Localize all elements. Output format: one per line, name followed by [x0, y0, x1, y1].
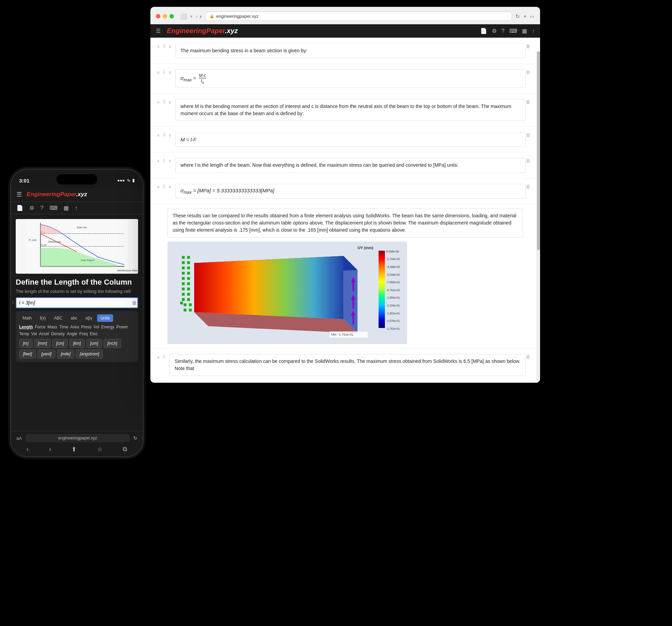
collapse-icon[interactable]: ∧ [156, 354, 161, 360]
bookmark-button[interactable]: ☆ [97, 446, 103, 453]
drag-icon[interactable]: ⠿ [162, 43, 167, 50]
cat-angle[interactable]: Angle [67, 331, 77, 336]
cat-force[interactable]: Force [35, 325, 45, 329]
hamburger-icon[interactable]: ☰ [16, 191, 22, 198]
hamburger-icon[interactable]: ☰ [156, 28, 161, 34]
document-icon[interactable]: 📄 [480, 28, 487, 34]
drag-handle-icon[interactable]: ⠿ [12, 300, 15, 305]
new-tab-icon[interactable]: + [523, 13, 526, 19]
drag-icon[interactable]: ⠿ [162, 184, 167, 190]
cat-density[interactable]: Density [51, 331, 65, 336]
unit-yard[interactable]: [yard] [38, 350, 55, 358]
phone-cell-input[interactable]: l = 3[m] [16, 297, 138, 308]
delete-icon-2[interactable]: 🗑 [526, 68, 535, 75]
keyboard2-icon[interactable]: ▦ [64, 205, 69, 211]
unit-m[interactable]: [m] [19, 339, 32, 348]
text-cell-fea-intro[interactable]: These results can be compared to the res… [167, 208, 523, 237]
minimize-button[interactable] [163, 14, 167, 18]
settings-icon[interactable]: ⚙ [29, 205, 34, 211]
text-cell-5[interactable]: where l is the length of the beam. Now t… [175, 158, 526, 173]
collapse-icon[interactable]: ∧ [156, 43, 161, 50]
share-icon[interactable]: ↑ [532, 28, 535, 34]
text-size-button[interactable]: aA [16, 436, 22, 441]
delete-icon-4[interactable]: 🗑 [526, 131, 535, 138]
cell-delete-icon[interactable]: 🗑 [132, 300, 137, 305]
collapse-icon[interactable]: ∧ [156, 132, 161, 138]
expand-icon[interactable]: ∨ [167, 184, 173, 190]
forward-arrow-icon[interactable]: › [200, 13, 201, 19]
more-icon[interactable]: ›› [530, 14, 535, 19]
tab-units[interactable]: Units [97, 314, 113, 322]
math-cell-result[interactable]: σmax = [MPa] = 5.33333333333333[MPa] [175, 184, 526, 199]
text-cell-1[interactable]: The maximum bending stress in a beam sec… [175, 43, 526, 58]
cat-area[interactable]: Area [70, 325, 79, 329]
cat-accel[interactable]: Accel [39, 331, 49, 336]
phone-reload-icon[interactable]: ↻ [133, 435, 137, 441]
drag-icon[interactable]: ⠿ [162, 158, 167, 164]
collapse-icon[interactable]: ∧ [156, 184, 161, 190]
drag-icon[interactable]: ⠿ [162, 354, 167, 360]
drag-icon[interactable]: ⠿ [162, 69, 167, 76]
address-bar[interactable]: 🔒 engineeringpaper.xyz [205, 12, 512, 21]
scrollbar-thumb[interactable] [537, 51, 540, 250]
delete-icon-1[interactable]: 🗑 [526, 42, 535, 49]
drag-icon[interactable]: ⠿ [162, 132, 167, 138]
scrollbar-track[interactable] [537, 51, 540, 383]
unit-mile[interactable]: [mile] [57, 350, 75, 358]
tab-abc-upper[interactable]: ABC [51, 314, 66, 322]
expand-icon[interactable]: ∨ [167, 69, 173, 76]
tab-fx[interactable]: f(x) [37, 314, 49, 322]
cat-temp[interactable]: Temp [19, 331, 29, 336]
cat-length[interactable]: Length [19, 325, 33, 329]
cat-time[interactable]: Time [59, 325, 68, 329]
text-cell-3[interactable]: where M is the bending moment at the sec… [175, 99, 526, 121]
math-cell-moment[interactable]: M = l·F [175, 132, 526, 147]
close-button[interactable] [156, 14, 160, 18]
cat-energy[interactable]: Energy [101, 325, 114, 329]
drag-icon[interactable]: ⠿ [162, 99, 167, 105]
keyboard2-icon[interactable]: ▦ [522, 28, 527, 34]
unit-mm[interactable]: [mm] [34, 339, 51, 348]
cat-vel[interactable]: Vel [31, 331, 37, 336]
text-cell-9[interactable]: Similarly, the maximum stress calculatio… [170, 354, 526, 376]
tab-math[interactable]: Math [19, 314, 35, 322]
forward-button[interactable]: › [49, 446, 51, 453]
cat-press[interactable]: Press [81, 325, 92, 329]
collapse-icon[interactable]: ∧ [156, 99, 161, 105]
reload-icon[interactable]: ↻ [515, 13, 520, 19]
settings-icon[interactable]: ⚙ [492, 28, 497, 34]
tab-greek[interactable]: αβγ [82, 314, 96, 322]
expand-icon[interactable]: ∨ [167, 43, 173, 50]
help-icon[interactable]: ? [40, 205, 43, 211]
unit-cm[interactable]: [cm] [52, 339, 68, 348]
sidebar-toggle-icon[interactable]: ⬜ [180, 13, 187, 19]
delete-icon-9[interactable]: 🗑 [526, 353, 535, 359]
cat-vol[interactable]: Vol [94, 325, 99, 329]
expand-icon[interactable]: ∨ [167, 132, 173, 138]
help-icon[interactable]: ? [501, 28, 505, 34]
share-button[interactable]: ⬆ [71, 446, 77, 453]
collapse-icon[interactable]: ∧ [156, 69, 161, 76]
cat-power[interactable]: Power [116, 325, 128, 329]
document-icon[interactable]: 📄 [16, 205, 23, 211]
collapse-icon[interactable]: ∧ [156, 158, 161, 164]
phone-address-bar[interactable]: engineeringpaper.xyz [25, 434, 130, 442]
browser-content[interactable]: ∧ ⠿ ∨ The maximum bending stress in a be… [150, 38, 540, 383]
keyboard-icon[interactable]: ⌨ [509, 28, 517, 34]
maximize-button[interactable] [170, 14, 174, 18]
share-icon[interactable]: ↑ [75, 205, 78, 211]
unit-feet[interactable]: [feet] [19, 350, 36, 358]
chevron-down-icon[interactable]: ▾ [190, 14, 192, 19]
unit-km[interactable]: [km] [69, 339, 85, 348]
unit-um[interactable]: [um] [86, 339, 102, 348]
keyboard-icon[interactable]: ⌨ [50, 205, 57, 211]
expand-icon[interactable]: ∨ [167, 99, 173, 105]
delete-icon-3[interactable]: 🗑 [526, 98, 535, 105]
delete-icon-6[interactable]: 🗑 [526, 182, 535, 189]
back-arrow-icon[interactable]: ‹ [196, 13, 198, 19]
expand-icon[interactable]: ∨ [167, 158, 173, 164]
tabs-button[interactable]: ⧉ [123, 446, 127, 453]
unit-inch[interactable]: [inch] [104, 339, 121, 348]
cat-mass[interactable]: Mass [48, 325, 57, 329]
back-button[interactable]: ‹ [27, 446, 29, 453]
